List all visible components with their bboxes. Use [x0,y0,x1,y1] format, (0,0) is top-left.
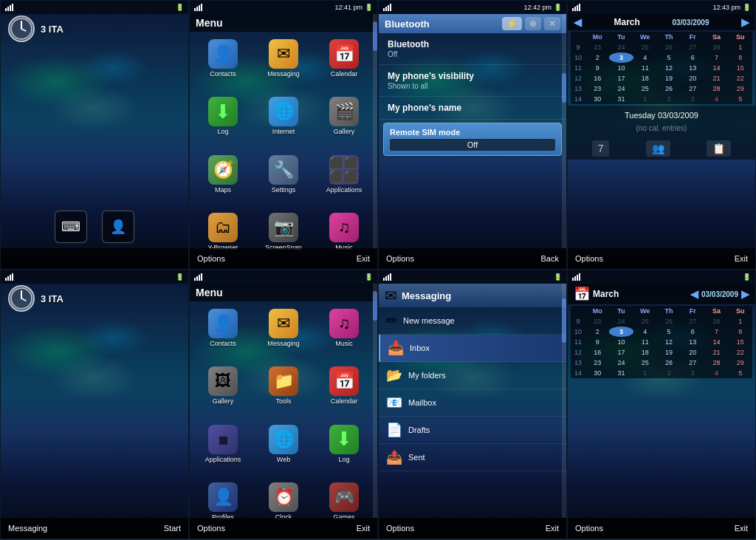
keypad-button[interactable]: ⌨ [55,211,87,243]
msg-item-mailbox[interactable]: 📧 Mailbox [379,389,566,417]
settings-label: Settings [272,186,296,194]
signal-icon [5,4,13,11]
cal-tool-week-btn[interactable]: 7 [592,140,610,157]
cal2-week-10: 10 2 3 4 5 6 7 8 [571,327,752,337]
battery-icon-home2: 🔋 [176,273,184,281]
contacts-shortcut-button[interactable]: 👤 [102,211,134,243]
menu-item-settings[interactable]: 🔧 Settings [255,152,312,207]
options-button-menu2[interactable]: Options [197,524,225,533]
bluetooth-list: Bluetooth Off My phone's visibility Show… [379,33,566,159]
menu-item-internet[interactable]: 🌐 Internet [255,94,312,148]
cal-prev-btn1[interactable]: ◀ [574,16,582,28]
back-button-bt[interactable]: Back [541,254,559,263]
menu-item-messaging[interactable]: ✉ Messaging [255,36,312,91]
menu2-music[interactable]: ♫ Music [315,306,373,360]
menu2-apps-icon: ▦ [208,425,238,454]
cal-tool-agenda-btn[interactable]: 👥 [646,140,670,157]
battery-icon-msg: 🔋 [554,273,562,281]
exit-button-msg[interactable]: Exit [546,524,559,533]
applications-icon: ⬛⬛⬛⬛ [329,155,359,185]
signal-icon-msg [383,273,391,281]
cal-next-btn2[interactable]: ▶ [741,288,749,300]
menu2-tools-icon: 📁 [269,366,298,396]
internet-icon: 🌐 [269,97,298,126]
messaging-shortcut-button[interactable]: Messaging [8,524,47,533]
options-button-menu1[interactable]: Options [197,254,225,263]
msg-item-inbox[interactable]: 📥 Inbox [379,335,566,362]
bt-item-bluetooth[interactable]: Bluetooth Off [379,33,566,65]
scrollbar-menu2[interactable] [373,284,377,518]
calendar-label: Calendar [331,70,358,78]
sent-label: Sent [408,453,425,462]
settings-icon: 🔧 [269,155,298,185]
scrollbar-menu1[interactable] [373,14,377,248]
menu-item-contacts[interactable]: 👤 Contacts [194,36,252,91]
new-message-label: New message [403,316,455,325]
status-bar-menu2: 🔋 [190,270,377,284]
battery-icon-menu2: 🔋 [365,273,373,281]
options-button-msg[interactable]: Options [386,524,414,533]
battery-icon-cal1: 🔋 [743,4,751,11]
cal-week-12: 12 16 17 18 19 20 21 22 [571,73,752,83]
carrier-label: 3 ITA [41,24,63,35]
sent-icon: 📤 [386,449,402,465]
battery-icon: 🔋 [176,4,184,11]
msg-item-drafts[interactable]: 📄 Drafts [379,417,566,444]
menu-item-log[interactable]: ⬇ Log [194,94,252,148]
menu2-gallery[interactable]: 🖼 Gallery [194,363,252,418]
bottom-bar-cal2: Options Exit [568,518,755,539]
screen-home1: 🔋 3 ITA ⌨ 👤 [0,0,189,270]
scrollbar-msg[interactable] [562,284,566,518]
menu2-apps[interactable]: ▦ Applications [194,422,252,476]
exit-button-cal2[interactable]: Exit [735,524,748,533]
bt-item-sim-mode[interactable]: Remote SIM mode Off [383,123,562,156]
msg-item-new[interactable]: ✏ New message [379,307,566,335]
messaging-label: Messaging [267,70,300,78]
carrier-label2: 3 ITA [41,293,63,304]
menu-grid1: 👤 Contacts ✉ Messaging 📅 Calendar ⬇ Log … [190,32,377,269]
exit-button-menu2[interactable]: Exit [357,524,370,533]
bt-label-bluetooth: Bluetooth [388,39,557,49]
menu2-web[interactable]: 🌐 Web [255,422,312,476]
bt-item-visibility[interactable]: My phone's visibility Shown to all [379,65,566,97]
scrollbar-bt[interactable] [562,14,566,248]
msg-item-folders[interactable]: 📂 My folders [379,362,566,389]
menu-item-applications[interactable]: ⬛⬛⬛⬛ Applications [315,152,373,207]
options-button-cal1[interactable]: Options [575,254,603,263]
menu2-calendar[interactable]: 📅 Calendar [315,363,373,418]
menu2-contacts[interactable]: 👤 Contacts [194,306,252,360]
start-button[interactable]: Start [164,524,181,533]
exit-button-cal1[interactable]: Exit [735,254,748,263]
signal-icon-home2 [5,273,13,281]
bluetooth-header: Bluetooth ⚡ ⊕ ✕ [379,14,566,33]
menu2-log[interactable]: ⬇ Log [315,422,373,476]
menu2-tools[interactable]: 📁 Tools [255,363,312,418]
bluetooth-off-icon[interactable]: ✕ [544,17,560,30]
cal-prev-btn2[interactable]: ◀ [690,288,698,300]
clock-face2 [8,285,35,312]
menu-item-gallery[interactable]: 🎬 Gallery [315,94,373,148]
svg-line-2 [21,29,26,31]
screen-messaging: 🔋 ✉ Messaging ✏ New message 📥 Inbox 📂 My… [378,270,567,539]
status-bar-home1: 🔋 [1,1,188,14]
options-button-cal2[interactable]: Options [575,524,603,533]
new-message-icon: ✏ [386,312,397,329]
exit-button-menu1[interactable]: Exit [357,254,370,263]
cal-tool-note-btn[interactable]: 📋 [707,140,731,157]
bottom-bar-bt: Options Back [379,248,566,269]
cal-week-9: 9 23 24 25 26 27 28 1 [571,42,752,52]
bluetooth-title: Bluetooth [385,18,430,30]
msg-item-sent[interactable]: 📤 Sent [379,444,566,471]
maps-label: Maps [215,186,231,194]
bt-item-name[interactable]: My phone's name [379,97,566,120]
status-bar-cal2: 🔋 [568,270,755,284]
bottom-bar-msg: Options Exit [379,518,566,539]
bluetooth-search-icon[interactable]: ⊕ [525,17,541,30]
menu-item-calendar[interactable]: 📅 Calendar [315,36,373,91]
cal-next-btn1[interactable]: ▶ [741,16,749,28]
options-button-bt[interactable]: Options [386,254,414,263]
menu2-messaging[interactable]: ✉ Messaging [255,306,312,360]
cal2-week-13: 13 23 24 25 26 27 28 29 [571,358,752,368]
menu-item-maps[interactable]: 🧭 Maps [194,152,252,207]
bluetooth-on-icon[interactable]: ⚡ [502,17,522,30]
